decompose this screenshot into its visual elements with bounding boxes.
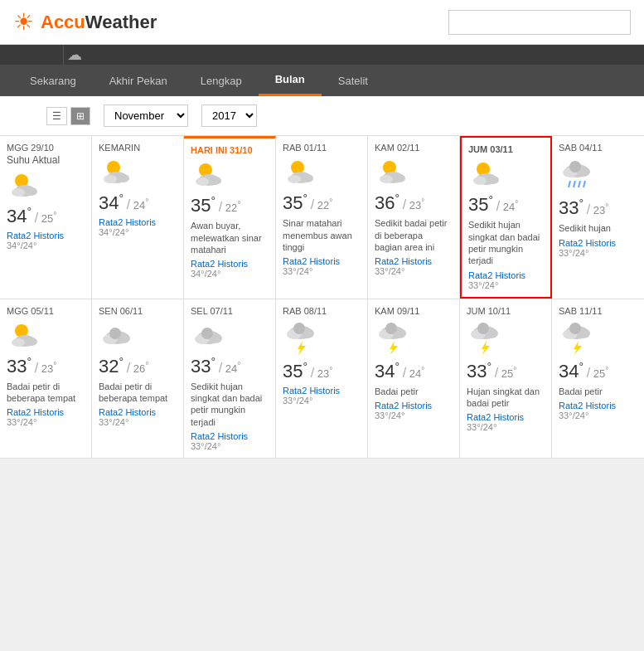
svg-point-34	[12, 338, 25, 347]
day-cell-sen0611[interactable]: SEN 06/11 32° / 26° Badai petir di beber…	[92, 299, 184, 459]
historical-link[interactable]: Rata2 Historis	[283, 256, 361, 266]
historical-temp: 34°/24°	[99, 227, 177, 237]
temp-lo: 23°	[317, 367, 332, 380]
day-cell-kemarin[interactable]: KEMARIN 34° / 24° Rata2 Historis 34°/24°	[92, 136, 184, 299]
historical-link[interactable]: Rata2 Historis	[99, 407, 177, 417]
historical-link[interactable]: Rata2 Historis	[191, 431, 269, 441]
month-select[interactable]: JanuariFebruariMaretAprilMeiJuniJuliAgus…	[104, 104, 188, 127]
historical-link[interactable]: Rata2 Historis	[191, 259, 269, 269]
weather-icon	[375, 156, 453, 188]
day-date: 07/11	[210, 306, 233, 316]
temp-display: 34° / 24°	[99, 192, 177, 214]
temp-lo: 23°	[41, 362, 56, 375]
historical-temp: 33°/24°	[559, 411, 637, 420]
weather-icon	[467, 319, 545, 357]
tab-bulan[interactable]: Bulan	[259, 65, 322, 96]
day-cell-mgg2910[interactable]: MGG 29/10 Suhu Aktual 34° / 25° Rata2 Hi…	[0, 136, 92, 299]
historical-link[interactable]: Rata2 Historis	[375, 401, 453, 411]
historical-temp: 33°/24°	[99, 417, 177, 427]
day-cell-rab0811[interactable]: RAB 08/11 35° / 23° Rata2 Historis 33°/2…	[276, 299, 368, 459]
search-input[interactable]	[448, 10, 631, 35]
temp-separator: /	[587, 366, 590, 380]
temp-separator: /	[403, 197, 406, 211]
temp-hi: 33°	[467, 361, 491, 381]
day-cell-rab0111[interactable]: RAB 01/11 35° / 22° Sinar matahari menem…	[276, 136, 368, 299]
tab-akhir-pekan[interactable]: Akhir Pekan	[93, 66, 184, 95]
historical-temp: 33°/24°	[191, 441, 269, 451]
svg-point-47	[293, 323, 305, 334]
temp-lo: 25°	[41, 212, 56, 225]
day-header: SAB 11/11	[559, 306, 637, 316]
historical-link[interactable]: Rata2 Historis	[7, 407, 85, 417]
weather-icon	[375, 319, 453, 357]
svg-line-31	[583, 181, 585, 187]
historical-temp: 33°/24°	[283, 396, 361, 406]
svg-point-52	[385, 323, 397, 334]
year-select[interactable]: 2015201620172018	[201, 104, 257, 127]
day-header: SEN 06/11	[99, 306, 177, 316]
svg-point-11	[210, 177, 221, 185]
day-header: KEMARIN	[99, 143, 177, 153]
day-cell-jum1011[interactable]: JUM 10/11 33° / 25° Hujan singkat dan ba…	[460, 299, 552, 459]
historical-link[interactable]: Rata2 Historis	[468, 270, 544, 280]
day-date: 31/10	[230, 145, 253, 155]
svg-point-15	[302, 174, 313, 182]
day-cell-sel0711[interactable]: SEL 07/11 33° / 24° Sedikit hujan singka…	[184, 299, 276, 459]
historical-link[interactable]: Rata2 Historis	[375, 256, 453, 266]
weather-desc: Sedikit badai petir di beberapa bagian a…	[375, 217, 453, 253]
svg-marker-63	[574, 341, 582, 354]
day-cell-hariini3110[interactable]: HARI INI 31/10 35° / 22° Awan buyar, mel…	[184, 136, 276, 299]
temp-lo: 22°	[225, 202, 240, 214]
historical-temp: 34°/24°	[7, 240, 85, 250]
weather-desc: Sedikit hujan	[559, 222, 637, 234]
historical-temp: 33°/24°	[468, 280, 544, 290]
tab-satelit[interactable]: Satelit	[322, 66, 385, 95]
nav-dropdown-icon[interactable]	[99, 45, 109, 65]
nav-surakarta[interactable]	[40, 45, 64, 65]
temp-hi: 34°	[7, 206, 31, 226]
tab-sekarang[interactable]: Sekarang	[13, 66, 93, 95]
temp-display: 33° / 23°	[7, 355, 85, 377]
day-cell-sab1111[interactable]: SAB 11/11 34° / 25° Badai petir Rata2 Hi…	[552, 299, 644, 459]
historical-link[interactable]: Rata2 Historis	[7, 231, 85, 240]
weather-desc: Awan buyar, melewatkan sinar matahari	[191, 220, 269, 255]
day-cell-jum0311[interactable]: JUM 03/11 35° / 24° Sedikit hujan singka…	[460, 136, 552, 299]
week-row-1: MGG 29/10 Suhu Aktual 34° / 25° Rata2 Hi…	[0, 136, 644, 299]
logo: ☀ AccuWeather	[13, 8, 157, 36]
temp-hi: 32°	[99, 356, 123, 377]
view-grid-icon[interactable]: ⊞	[70, 107, 90, 125]
svg-marker-58	[482, 341, 490, 354]
temp-separator: /	[35, 361, 38, 375]
svg-point-57	[477, 323, 489, 334]
temp-hi: 35°	[191, 195, 215, 216]
historical-link[interactable]: Rata2 Historis	[559, 401, 637, 411]
temp-lo: 25°	[501, 367, 516, 380]
svg-marker-53	[390, 341, 398, 354]
temp-separator: /	[127, 361, 130, 375]
weather-icon	[559, 156, 637, 193]
day-cell-kam0911[interactable]: KAM 09/11 34° / 24° Badai petir Rata2 Hi…	[368, 299, 460, 459]
historical-temp: 33°/24°	[283, 266, 361, 276]
historical-link[interactable]: Rata2 Historis	[559, 238, 637, 248]
temp-lo: 24°	[503, 201, 518, 213]
view-list-icon[interactable]: ☰	[46, 107, 67, 125]
historical-link[interactable]: Rata2 Historis	[99, 217, 177, 227]
day-cell-mgg0511[interactable]: MGG 05/11 33° / 23° Badai petir di beber…	[0, 299, 92, 459]
temp-lo: 24°	[225, 362, 240, 375]
day-cell-sab0411[interactable]: SAB 04/11 33° / 23° Sedikit hujan Rata2 …	[552, 136, 644, 299]
nav-indonesia[interactable]	[13, 45, 40, 65]
day-header: SAB 04/11	[559, 143, 637, 153]
day-header: RAB 01/11	[283, 143, 361, 153]
svg-point-14	[288, 175, 301, 183]
temp-separator: /	[587, 202, 590, 216]
temp-hi: 36°	[375, 192, 399, 213]
day-cell-kam0211[interactable]: KAM 02/11 36° / 23° Sedikit badai petir …	[368, 136, 460, 299]
weather-desc: Badai petir	[559, 386, 637, 397]
tab-lengkap[interactable]: Lengkap	[184, 66, 259, 95]
temp-hi: 35°	[283, 361, 307, 381]
historical-link[interactable]: Rata2 Historis	[283, 386, 361, 396]
historical-link[interactable]: Rata2 Historis	[467, 412, 545, 422]
day-date: 02/11	[397, 143, 420, 153]
historical-temp: 33°/24°	[375, 411, 453, 420]
temp-display: 32° / 26°	[99, 355, 177, 377]
